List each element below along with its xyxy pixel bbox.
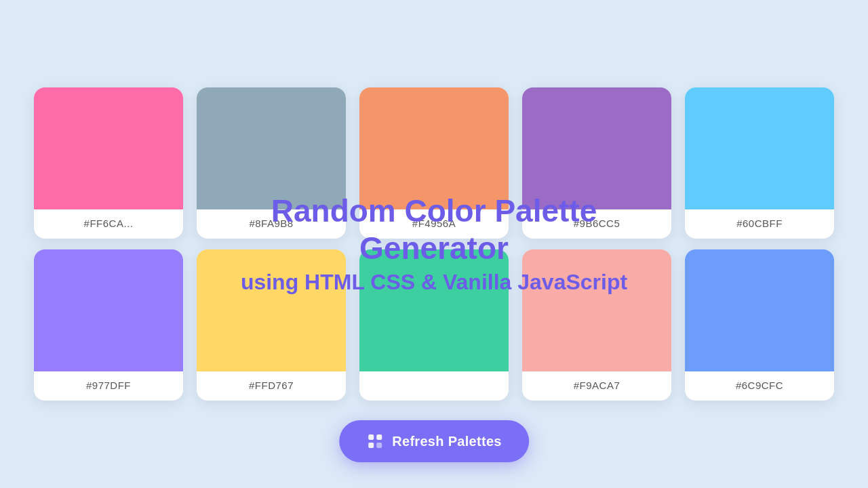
color-swatch bbox=[197, 249, 346, 371]
palette-card[interactable]: #6C9CFC bbox=[685, 249, 834, 401]
color-swatch bbox=[359, 87, 509, 209]
color-swatch bbox=[359, 249, 509, 371]
palette-card[interactable]: #FFD767 bbox=[197, 249, 346, 401]
color-swatch bbox=[685, 87, 834, 209]
color-swatch bbox=[522, 249, 671, 371]
palette-card[interactable] bbox=[359, 249, 509, 401]
color-label: #8FA9B8 bbox=[197, 209, 346, 239]
color-swatch bbox=[34, 87, 183, 209]
color-swatch bbox=[34, 249, 183, 371]
svg-rect-1 bbox=[376, 434, 382, 440]
refresh-button-wrapper: Refresh Palettes bbox=[339, 420, 529, 462]
svg-rect-0 bbox=[368, 434, 374, 440]
color-label bbox=[359, 371, 509, 389]
color-swatch bbox=[522, 87, 671, 209]
color-label: #6C9CFC bbox=[685, 371, 834, 401]
color-swatch bbox=[685, 249, 834, 371]
palette-grid: #FF6CA...#8FA9B8#F4956A#9B6CC5#60CBFF #9… bbox=[0, 87, 868, 401]
svg-rect-3 bbox=[376, 443, 382, 448]
page-wrapper: Random Color Palette Generator using HTM… bbox=[0, 0, 868, 488]
color-label: #FF6CA... bbox=[34, 209, 183, 239]
refresh-label: Refresh Palettes bbox=[392, 434, 502, 449]
palette-card[interactable]: #8FA9B8 bbox=[197, 87, 346, 239]
svg-rect-2 bbox=[368, 443, 374, 448]
palette-card[interactable]: #F9ACA7 bbox=[522, 249, 671, 401]
color-label: #F4956A bbox=[359, 209, 509, 239]
palette-card[interactable]: #977DFF bbox=[34, 249, 183, 401]
palette-row-1: #FF6CA...#8FA9B8#F4956A#9B6CC5#60CBFF bbox=[27, 87, 841, 239]
palette-card[interactable]: #FF6CA... bbox=[34, 87, 183, 239]
palette-card[interactable]: #9B6CC5 bbox=[522, 87, 671, 239]
palette-card[interactable]: #60CBFF bbox=[685, 87, 834, 239]
palette-row-2: #977DFF#FFD767#F9ACA7#6C9CFC bbox=[27, 249, 841, 401]
color-label: #60CBFF bbox=[685, 209, 834, 239]
color-label: #9B6CC5 bbox=[522, 209, 671, 239]
refresh-icon bbox=[366, 432, 384, 450]
refresh-palettes-button[interactable]: Refresh Palettes bbox=[339, 420, 529, 462]
color-label: #FFD767 bbox=[197, 371, 346, 401]
color-label: #977DFF bbox=[34, 371, 183, 401]
color-label: #F9ACA7 bbox=[522, 371, 671, 401]
palette-card[interactable]: #F4956A bbox=[359, 87, 509, 239]
color-swatch bbox=[197, 87, 346, 209]
